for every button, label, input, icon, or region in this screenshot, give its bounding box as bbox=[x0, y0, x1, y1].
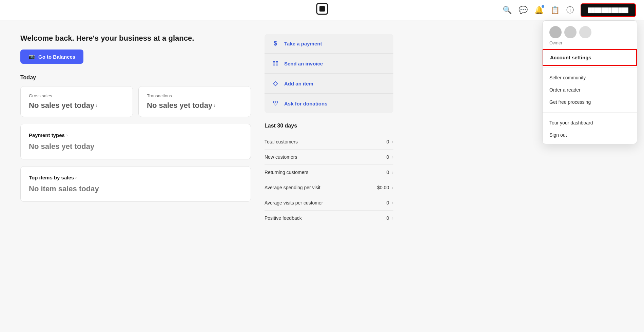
gross-sales-card: Gross sales No sales yet today › bbox=[20, 86, 133, 117]
dropdown-section-1: Seller community Order a reader Get free… bbox=[543, 69, 637, 111]
total-customers-value: 0 bbox=[387, 139, 389, 144]
heart-icon: ♡ bbox=[271, 100, 279, 107]
account-button[interactable]: ████████████ bbox=[581, 3, 636, 17]
positive-feedback-value: 0 bbox=[387, 215, 389, 221]
avatar-2 bbox=[564, 26, 577, 38]
take-payment-action[interactable]: $ Take a payment bbox=[265, 34, 393, 54]
svg-rect-1 bbox=[319, 6, 325, 12]
gross-sales-value[interactable]: No sales yet today › bbox=[29, 101, 124, 110]
avg-spending-arrow: › bbox=[392, 185, 393, 190]
gross-sales-label: Gross sales bbox=[29, 93, 124, 98]
seller-community-item[interactable]: Seller community bbox=[543, 72, 637, 84]
transactions-value[interactable]: No sales yet today › bbox=[147, 101, 242, 110]
quick-actions: $ Take a payment ☷ Send an invoice ◇ Add… bbox=[265, 34, 393, 113]
new-customers-value: 0 bbox=[387, 154, 389, 160]
new-customers-label: New customers bbox=[265, 154, 297, 160]
ask-donations-action[interactable]: ♡ Ask for donations bbox=[265, 94, 393, 113]
payment-types-card: Payment types › No sales yet today bbox=[20, 124, 251, 159]
payment-types-value: No sales yet today bbox=[29, 142, 242, 151]
tour-dashboard-item[interactable]: Tour your dashboard bbox=[543, 117, 637, 129]
avg-visits-row[interactable]: Average visits per customer 0 › bbox=[265, 195, 393, 211]
avg-spending-value: $0.00 bbox=[377, 185, 389, 190]
top-items-title[interactable]: Top items by sales › bbox=[29, 175, 242, 180]
total-customers-arrow: › bbox=[392, 139, 393, 144]
last30-title: Last 30 days bbox=[265, 123, 393, 129]
avg-visits-arrow: › bbox=[392, 200, 393, 206]
invoice-icon: ☷ bbox=[271, 60, 279, 67]
new-customers-arrow: › bbox=[392, 154, 393, 160]
owner-label: Owner bbox=[549, 40, 630, 45]
send-invoice-label: Send an invoice bbox=[284, 61, 323, 66]
divider-1 bbox=[543, 67, 637, 67]
header-right: 🔍 💬 🔔 📋 ⓘ ████████████ bbox=[503, 3, 636, 17]
search-icon[interactable]: 🔍 bbox=[503, 6, 512, 15]
dropdown-menu: Owner Account settings Seller community … bbox=[542, 20, 637, 144]
clipboard-icon[interactable]: 📋 bbox=[550, 6, 560, 15]
main-layout: Welcome back. Here's your business at a … bbox=[0, 20, 407, 239]
total-customers-label: Total customers bbox=[265, 139, 298, 144]
top-items-arrow: › bbox=[75, 175, 77, 180]
returning-customers-value: 0 bbox=[387, 170, 389, 175]
account-settings-item[interactable]: Account settings bbox=[543, 49, 637, 66]
payment-types-title[interactable]: Payment types › bbox=[29, 132, 242, 138]
transactions-card: Transactions No sales yet today › bbox=[138, 86, 251, 117]
add-item-label: Add an item bbox=[284, 81, 313, 86]
left-column: Welcome back. Here's your business at a … bbox=[20, 34, 251, 226]
dropdown-header: Owner bbox=[543, 21, 637, 49]
chat-icon[interactable]: 💬 bbox=[519, 6, 528, 15]
returning-customers-label: Returning customers bbox=[265, 170, 308, 175]
avg-spending-row[interactable]: Average spending per visit $0.00 › bbox=[265, 180, 393, 195]
bell-icon[interactable]: 🔔 bbox=[534, 6, 544, 15]
tag-icon: ◇ bbox=[271, 80, 279, 87]
transactions-label: Transactions bbox=[147, 93, 242, 98]
total-customers-row[interactable]: Total customers 0 › bbox=[265, 134, 393, 150]
balances-icon: 📷 bbox=[28, 54, 35, 60]
positive-feedback-row[interactable]: Positive feedback 0 › bbox=[265, 211, 393, 226]
today-title: Today bbox=[20, 75, 251, 81]
avg-visits-value: 0 bbox=[387, 200, 389, 206]
order-reader-item[interactable]: Order a reader bbox=[543, 84, 637, 96]
help-icon[interactable]: ⓘ bbox=[566, 5, 574, 15]
get-free-processing-item[interactable]: Get free processing bbox=[543, 96, 637, 108]
returning-customers-row[interactable]: Returning customers 0 › bbox=[265, 165, 393, 180]
dollar-icon: $ bbox=[271, 40, 279, 47]
header: 🔍 💬 🔔 📋 ⓘ ████████████ bbox=[0, 0, 644, 20]
go-to-balances-label: Go to Balances bbox=[38, 54, 75, 60]
avatar-1 bbox=[549, 26, 562, 38]
ask-donations-label: Ask for donations bbox=[284, 101, 328, 106]
square-logo bbox=[316, 3, 328, 17]
notification-dot bbox=[542, 5, 544, 8]
payment-types-arrow: › bbox=[66, 133, 67, 138]
returning-customers-arrow: › bbox=[392, 170, 393, 175]
metrics-list: Total customers 0 › New customers 0 › Re… bbox=[265, 134, 393, 226]
go-to-balances-button[interactable]: 📷 Go to Balances bbox=[20, 50, 83, 64]
avg-spending-label: Average spending per visit bbox=[265, 185, 320, 190]
avatar-row bbox=[549, 26, 630, 38]
new-customers-row[interactable]: New customers 0 › bbox=[265, 150, 393, 165]
top-items-card: Top items by sales › No item sales today bbox=[20, 166, 251, 202]
send-invoice-action[interactable]: ☷ Send an invoice bbox=[265, 54, 393, 74]
gross-sales-arrow: › bbox=[96, 102, 97, 109]
divider-2 bbox=[543, 112, 637, 113]
avatar-3 bbox=[579, 26, 591, 38]
add-item-action[interactable]: ◇ Add an item bbox=[265, 74, 393, 94]
positive-feedback-arrow: › bbox=[392, 215, 393, 221]
positive-feedback-label: Positive feedback bbox=[265, 215, 302, 221]
sign-out-item[interactable]: Sign out bbox=[543, 129, 637, 141]
right-column: $ Take a payment ☷ Send an invoice ◇ Add… bbox=[265, 34, 393, 226]
stats-row: Gross sales No sales yet today › Transac… bbox=[20, 86, 251, 117]
welcome-text: Welcome back. Here's your business at a … bbox=[20, 34, 251, 43]
dropdown-section-2: Tour your dashboard Sign out bbox=[543, 114, 637, 144]
avg-visits-label: Average visits per customer bbox=[265, 200, 323, 206]
top-items-value: No item sales today bbox=[29, 184, 242, 193]
take-payment-label: Take a payment bbox=[284, 41, 322, 46]
transactions-arrow: › bbox=[214, 102, 215, 109]
